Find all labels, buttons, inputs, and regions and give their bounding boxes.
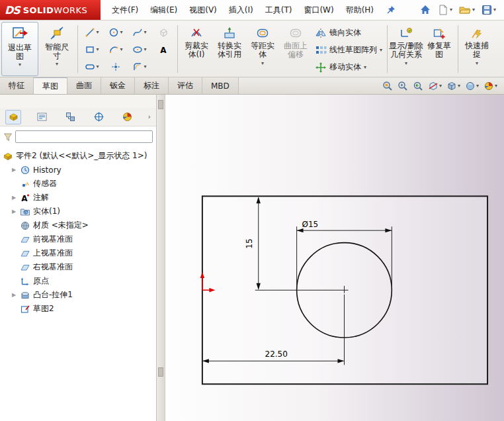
quick-snaps-dropdown-icon[interactable]: ▾ (476, 61, 478, 66)
zoom-area-button[interactable] (398, 81, 408, 91)
menu-window[interactable]: 窗口(W) (298, 2, 339, 19)
circle-tool-button[interactable]: ▾ (104, 24, 128, 41)
tree-root-part[interactable]: 零件2 (默认<<默认>_显示状态 1>) (0, 149, 156, 163)
expand-icon[interactable]: ▶ (11, 292, 17, 298)
linear-pattern-dropdown-icon[interactable]: ▾ (380, 48, 382, 53)
line-dropdown-icon[interactable]: ▾ (96, 30, 99, 35)
arc-dropdown-icon[interactable]: ▾ (120, 47, 122, 52)
expand-icon[interactable]: ▶ (11, 209, 17, 214)
tab-features[interactable]: 特征 (0, 77, 34, 94)
vertical-dimension-text[interactable]: 15 (245, 238, 254, 248)
linear-sketch-pattern-button[interactable]: 线性草图阵列 ▾ (312, 42, 385, 58)
tree-item-right-plane[interactable]: 右视基准面 (0, 260, 156, 274)
move-entities-button[interactable]: 移动实体 ▾ (312, 60, 385, 75)
splitter-handle[interactable] (158, 367, 163, 377)
circle-dropdown-icon[interactable]: ▾ (120, 30, 122, 35)
fillet-dropdown-icon[interactable]: ▾ (144, 64, 146, 70)
rectangle-dropdown-icon[interactable]: ▾ (96, 47, 99, 52)
tab-sketch[interactable]: 草图 (34, 77, 67, 94)
exit-sketch-dropdown-icon[interactable]: ▾ (19, 62, 21, 68)
slot-dropdown-icon[interactable]: ▾ (96, 64, 99, 70)
configurationmanager-tab[interactable] (62, 110, 78, 124)
section-view-button[interactable]: ▾ (428, 81, 442, 91)
tree-item-sketch2[interactable]: 草图2 (0, 302, 156, 316)
tree-item-front-plane[interactable]: 前视基准面 (0, 232, 156, 246)
featuremanager-tree-tab[interactable] (5, 110, 21, 124)
ellipse-tool-button[interactable]: ▾ (128, 41, 151, 58)
view-orientation-button[interactable]: ▾ (446, 81, 460, 91)
previous-view-button[interactable] (413, 81, 423, 91)
smart-dimension-dropdown-icon[interactable]: ▾ (56, 62, 58, 67)
line-tool-button[interactable]: ▾ (80, 24, 104, 41)
save-dropdown-icon[interactable]: ▾ (493, 7, 496, 13)
tree-item-origin[interactable]: 原点 (0, 274, 156, 288)
menu-view[interactable]: 视图(V) (183, 2, 223, 19)
spline-tool-button[interactable]: ▾ (128, 24, 151, 41)
slot-tool-button[interactable]: ▾ (80, 58, 104, 75)
tree-item-sensors[interactable]: 传感器 (0, 177, 156, 191)
exit-sketch-button[interactable]: 退出草图 ▾ (1, 22, 38, 76)
graphics-viewport[interactable]: Ø15 15 22.50 (165, 95, 504, 421)
tree-item-history[interactable]: ▶ History (0, 163, 156, 177)
dimxpertmanager-tab[interactable] (91, 110, 106, 124)
ellipse-dropdown-icon[interactable]: ▾ (144, 47, 146, 52)
sketch-canvas[interactable]: Ø15 15 22.50 (165, 95, 504, 421)
display-relations-dropdown-icon[interactable]: ▾ (405, 61, 407, 66)
spline-dropdown-icon[interactable]: ▾ (144, 30, 146, 35)
menu-help[interactable]: 帮助(H) (340, 2, 380, 19)
horizontal-dimension-text[interactable]: 22.50 (265, 350, 288, 359)
repair-sketch-button[interactable]: 修复草图 (423, 22, 456, 76)
zoom-fit-button[interactable] (382, 81, 393, 91)
appearance-dropdown-icon[interactable]: ▾ (495, 83, 497, 89)
tab-mbd[interactable]: MBD (202, 77, 239, 94)
tree-filter-input[interactable] (15, 130, 153, 143)
diameter-dimension-text[interactable]: Ø15 (302, 220, 319, 229)
pin-menu-icon[interactable] (386, 5, 396, 15)
open-dropdown-icon[interactable]: ▾ (472, 7, 475, 13)
text-tool-button[interactable]: A (151, 41, 175, 58)
rectangle-tool-button[interactable]: ▾ (80, 41, 104, 58)
expand-icon[interactable]: ▶ (11, 195, 17, 201)
display-style-button[interactable]: ▾ (465, 81, 479, 91)
home-button[interactable] (417, 3, 434, 17)
tree-item-boss-extrude1[interactable]: ▶ 凸台-拉伸1 (0, 288, 156, 302)
tab-markup[interactable]: 标注 (135, 77, 169, 94)
tab-sheet-metal[interactable]: 钣金 (101, 77, 135, 94)
menu-file[interactable]: 文件(F) (106, 2, 144, 19)
tree-item-solid-bodies[interactable]: ▶ 实体(1) (0, 205, 156, 218)
menu-tools[interactable]: 工具(T) (259, 2, 298, 19)
quick-snaps-button[interactable]: 快速捕捉 ▾ (460, 22, 493, 76)
move-entities-dropdown-icon[interactable]: ▾ (364, 65, 366, 70)
display-style-dropdown-icon[interactable]: ▾ (476, 83, 479, 89)
view-orientation-dropdown-icon[interactable]: ▾ (458, 83, 460, 89)
offset-entities-dropdown-icon[interactable]: ▾ (261, 61, 264, 66)
panel-expand-chevron-icon[interactable]: › (148, 113, 151, 121)
new-document-dropdown-icon[interactable]: ▾ (450, 7, 452, 13)
mirror-entities-button[interactable]: 镜向实体 (312, 25, 385, 40)
menu-insert[interactable]: 插入(I) (223, 2, 259, 19)
trim-entities-button[interactable]: 剪裁实体(I) (180, 22, 213, 76)
tree-item-material[interactable]: 材质 <未指定> (0, 218, 156, 232)
arc-tool-button[interactable]: ▾ (104, 41, 128, 58)
menu-edit[interactable]: 编辑(E) (144, 2, 183, 19)
tab-evaluate[interactable]: 评估 (169, 77, 202, 94)
tab-surfaces[interactable]: 曲面 (67, 77, 101, 94)
expand-icon[interactable]: ▶ (11, 167, 17, 173)
smart-dimension-button[interactable]: 智能尺寸 ▾ (38, 22, 75, 76)
appearance-button[interactable]: ▾ (483, 81, 497, 91)
new-document-button[interactable]: ▾ (435, 3, 455, 17)
convert-entities-button[interactable]: 转换实体引用 (213, 22, 246, 76)
offset-entities-button[interactable]: 等距实体 ▾ (246, 22, 279, 76)
section-view-dropdown-icon[interactable]: ▾ (439, 83, 442, 89)
fillet-tool-button[interactable]: ▾ (128, 58, 151, 75)
display-delete-relations-button[interactable]: 显示/删除几何关系 ▾ (390, 22, 423, 76)
panel-splitter[interactable] (157, 95, 165, 421)
displaymanager-tab[interactable] (119, 110, 135, 124)
propertymanager-tab[interactable] (34, 110, 50, 124)
open-button[interactable]: ▾ (456, 3, 478, 17)
tree-item-top-plane[interactable]: 上视基准面 (0, 246, 156, 260)
splitter-handle[interactable] (158, 100, 163, 109)
point-tool-button[interactable] (104, 58, 128, 75)
save-button[interactable]: ▾ (479, 3, 499, 17)
tree-item-annotations[interactable]: ▶ A 注解 (0, 191, 156, 205)
